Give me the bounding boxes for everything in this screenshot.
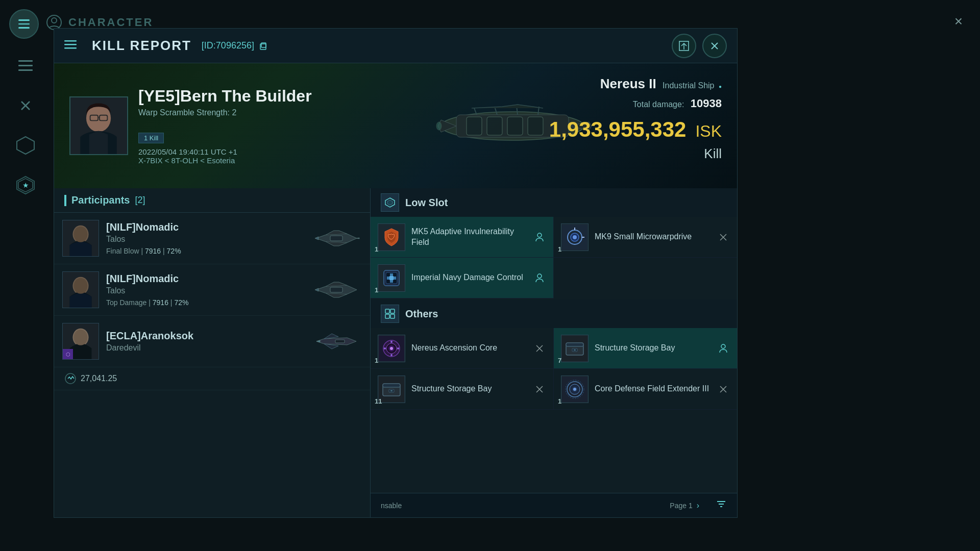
svg-point-104 bbox=[573, 388, 576, 391]
item-icon bbox=[378, 264, 405, 292]
item-icon: 🛡 bbox=[378, 223, 405, 251]
item-person-action[interactable] bbox=[533, 271, 546, 285]
low-slot-title: Low Slot bbox=[405, 197, 448, 209]
item-close-action[interactable] bbox=[717, 383, 730, 396]
low-slot-icon bbox=[381, 193, 399, 212]
ship-type: Industrial Ship bbox=[663, 81, 714, 90]
dispensable-label: nsable bbox=[381, 502, 402, 510]
participant-avatar: ⬡ bbox=[62, 323, 99, 360]
page-label: Page 1 bbox=[670, 502, 692, 510]
bottom-bar: nsable Page 1 › bbox=[371, 493, 737, 517]
svg-rect-3 bbox=[18, 65, 33, 66]
damage-stats-row: 27,041.25 bbox=[54, 367, 370, 390]
participant-ship: Talos bbox=[106, 235, 304, 244]
svg-rect-47 bbox=[335, 340, 345, 343]
item-icon bbox=[561, 223, 589, 251]
item-person-action[interactable] bbox=[533, 231, 546, 244]
filter-icon[interactable] bbox=[716, 498, 727, 512]
item-icon bbox=[561, 335, 589, 362]
item-structure-storage-bay-7[interactable]: 7 Structure S bbox=[554, 328, 737, 369]
svg-point-90 bbox=[721, 344, 725, 348]
sidebar-star-icon[interactable]: ★ bbox=[11, 170, 40, 200]
svg-rect-69 bbox=[385, 309, 389, 313]
item-icon bbox=[378, 335, 405, 362]
total-damage-value: 10938 bbox=[691, 97, 722, 110]
svg-rect-11 bbox=[64, 40, 77, 42]
app-menu-button[interactable] bbox=[9, 9, 39, 39]
svg-point-53 bbox=[537, 233, 542, 237]
low-slot-header: Low Slot bbox=[371, 188, 737, 217]
participants-column: Participants [2] bbox=[54, 188, 371, 517]
isk-label: ISK bbox=[695, 122, 722, 141]
kill-badge: 1 Kill bbox=[138, 133, 164, 143]
participant-ship: Talos bbox=[106, 286, 304, 295]
participants-header: Participants [2] bbox=[54, 188, 370, 213]
svg-rect-13 bbox=[64, 47, 77, 49]
svg-rect-70 bbox=[390, 309, 395, 313]
item-name: MK9 Small Microwarpdrive bbox=[595, 232, 710, 242]
item-quantity: 7 bbox=[558, 357, 561, 364]
panel-title: KILL REPORT bbox=[92, 38, 191, 54]
participant-details: [NILF]Nomadic Talos Top Damage | 7916 | … bbox=[106, 273, 304, 307]
participant-name: [NILF]Nomadic bbox=[106, 221, 304, 233]
svg-rect-72 bbox=[390, 314, 395, 318]
item-imperial-navy-dc[interactable]: 1 bbox=[371, 258, 554, 298]
item-person-action[interactable] bbox=[717, 342, 730, 355]
item-close-action[interactable] bbox=[533, 342, 546, 355]
item-core-defense-field[interactable]: 1 bbox=[554, 369, 737, 410]
svg-point-59 bbox=[573, 235, 577, 239]
item-mk5-adaptive[interactable]: 1 🛡 MK5 Adaptive Invulnerability Field bbox=[371, 217, 554, 258]
participant-item[interactable]: ⬡ [ECLA]Aranoksok Daredevil bbox=[54, 316, 370, 367]
isk-value: 1,933,955,332 bbox=[549, 117, 687, 142]
item-quantity: 11 bbox=[375, 397, 382, 405]
others-title: Others bbox=[405, 308, 438, 320]
sidebar-close-icon[interactable] bbox=[11, 91, 40, 120]
copy-icon bbox=[259, 41, 268, 51]
svg-point-42 bbox=[74, 278, 87, 294]
participant-ship: Daredevil bbox=[106, 343, 304, 353]
panel-id: [ID:7096256] bbox=[202, 40, 268, 51]
svg-rect-96 bbox=[390, 390, 393, 391]
participant-stats: Final Blow | 7916 | 72% bbox=[106, 247, 304, 255]
item-structure-storage-bay-11[interactable]: 11 Structure Storage Bay bbox=[371, 369, 554, 410]
kill-hero: [YE5]Bern The Builder Warp Scramble Stre… bbox=[54, 63, 737, 188]
sidebar-badge-icon[interactable] bbox=[11, 131, 40, 160]
item-ascension-core[interactable]: 1 bbox=[371, 328, 554, 369]
svg-rect-24 bbox=[528, 117, 543, 135]
section-bar-accent bbox=[64, 195, 66, 206]
svg-point-25 bbox=[436, 122, 442, 130]
svg-rect-93 bbox=[383, 384, 400, 387]
participant-item[interactable]: [NILF]Nomadic Talos Top Damage | 7916 | … bbox=[54, 264, 370, 316]
item-mk9-mwd[interactable]: 1 bbox=[554, 217, 737, 258]
others-header: Others bbox=[371, 299, 737, 328]
item-name: Imperial Navy Damage Control bbox=[411, 272, 527, 283]
player-avatar bbox=[69, 96, 128, 155]
low-slot-items: 1 🛡 MK5 Adaptive Invulnerability Field bbox=[371, 217, 737, 298]
alliance-badge: ⬡ bbox=[63, 349, 73, 359]
ship-info: Nereus II Industrial Ship ● Total damage… bbox=[549, 76, 722, 162]
svg-rect-22 bbox=[487, 117, 502, 135]
panel-close-button[interactable] bbox=[702, 34, 727, 58]
kill-type: Kill bbox=[549, 146, 722, 162]
outer-close-button[interactable]: × bbox=[946, 9, 971, 34]
participant-details: [NILF]Nomadic Talos Final Blow | 7916 | … bbox=[106, 221, 304, 255]
item-name: Structure Storage Bay bbox=[595, 343, 710, 354]
damage-value: 27,041.25 bbox=[81, 374, 117, 383]
svg-point-68 bbox=[537, 274, 542, 278]
share-button[interactable] bbox=[672, 34, 696, 58]
svg-marker-50 bbox=[387, 200, 393, 205]
participant-name: [NILF]Nomadic bbox=[106, 273, 304, 285]
svg-rect-12 bbox=[64, 44, 77, 45]
item-quantity: 1 bbox=[375, 357, 378, 364]
item-close-action[interactable] bbox=[533, 383, 546, 396]
others-icon bbox=[381, 305, 399, 323]
sidebar-menu-icon[interactable] bbox=[11, 51, 40, 81]
participants-title: Participants bbox=[71, 194, 130, 206]
stats-icon bbox=[64, 372, 77, 385]
panel-body: Participants [2] bbox=[54, 188, 737, 517]
item-close-action[interactable] bbox=[717, 231, 730, 244]
participant-item[interactable]: [NILF]Nomadic Talos Final Blow | 7916 | … bbox=[54, 213, 370, 264]
page-next-arrow[interactable]: › bbox=[697, 501, 699, 510]
panel-menu-icon[interactable] bbox=[64, 39, 77, 53]
participant-details: [ECLA]Aranoksok Daredevil bbox=[106, 330, 304, 353]
